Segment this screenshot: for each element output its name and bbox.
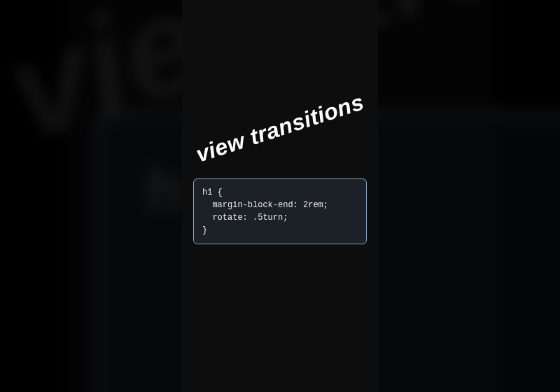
code-block: h1 { margin-block-end: 2rem; rotate: .5t… (193, 178, 367, 244)
code-line-4: } (202, 224, 358, 237)
code-line-1: h1 { (202, 186, 358, 199)
heading-text: view transitions (192, 89, 367, 167)
code-line-2: margin-block-end: 2rem; (202, 199, 358, 211)
code-line-3: rotate: .5turn; (202, 211, 358, 224)
center-panel: view transitions h1 { margin-block-end: … (182, 0, 378, 392)
